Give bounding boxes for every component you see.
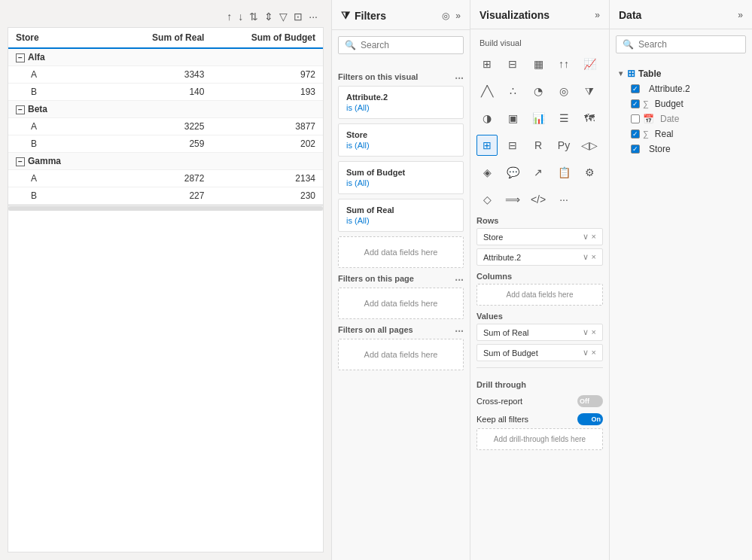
table-row[interactable]: B140193 <box>8 84 323 101</box>
filter-card[interactable]: Attribute.2is (All) <box>338 86 464 119</box>
viz-slicer-icon[interactable]: ☰ <box>553 108 574 129</box>
filter-card[interactable]: Sum of Budgetis (All) <box>338 161 464 194</box>
sort-asc-icon[interactable]: ↑ <box>227 11 232 23</box>
col-header-budget[interactable]: Sum of Budget <box>212 28 323 48</box>
viz-kpi-icon[interactable]: 📊 <box>528 108 549 129</box>
more-icon[interactable]: ··· <box>309 11 318 23</box>
col-header-store[interactable]: Store <box>8 28 101 48</box>
viz-more2-icon[interactable]: ⚙ <box>579 162 600 183</box>
viz-r-icon[interactable]: R <box>528 135 549 156</box>
viz-line-icon[interactable]: 📈 <box>579 53 600 75</box>
viz-card-icon[interactable]: ▣ <box>502 108 523 129</box>
cross-report-row: Cross-report Off <box>476 392 603 410</box>
viz-ellipsis-icon[interactable]: ··· <box>553 189 574 210</box>
viz-title-text: Visualizations <box>480 9 550 21</box>
viz-table-icon[interactable]: ⊞ <box>476 53 498 75</box>
keep-filters-toggle[interactable]: On <box>577 413 603 425</box>
cross-report-toggle[interactable]: Off <box>577 395 603 407</box>
filters-search-box[interactable]: 🔍 <box>338 36 464 54</box>
data-expand-icon[interactable]: » <box>738 10 743 20</box>
table-row[interactable]: A28722134 <box>8 170 323 187</box>
sort-both-icon[interactable]: ⇅ <box>249 11 258 23</box>
viz-decomp-icon[interactable]: ◁▷ <box>579 135 600 156</box>
viz-matrix-icon[interactable]: ⊟ <box>502 53 523 75</box>
field-checkbox[interactable]: ✓ <box>631 145 640 154</box>
field-checkbox[interactable]: ✓ <box>631 84 640 93</box>
viz-ai-icon[interactable]: ◈ <box>476 162 498 183</box>
field-checkbox[interactable]: ✓ <box>631 129 640 138</box>
filters-info-icon[interactable]: ◎ <box>442 11 449 21</box>
data-field-item[interactable]: 📅Date <box>616 111 746 126</box>
viz-gauge-icon[interactable]: ◑ <box>476 108 498 129</box>
viz-scatter-icon[interactable]: ∴ <box>502 81 523 102</box>
field-checkbox[interactable]: ✓ <box>631 99 640 108</box>
filters-all-more-icon[interactable]: ··· <box>455 325 464 337</box>
viz-row-field-store[interactable]: Store ∨ × <box>476 228 603 245</box>
data-table-item[interactable]: ▾ ⊞ Table <box>616 65 746 81</box>
viz-table2-icon[interactable]: ⊞ <box>476 135 498 156</box>
viz-columns-drop[interactable]: Add data fields here <box>476 284 603 306</box>
data-field-item[interactable]: ✓∑Real <box>616 126 746 142</box>
viz-value-budget-x[interactable]: × <box>592 348 596 358</box>
filters-page-add-fields[interactable]: Add data fields here <box>338 288 464 319</box>
viz-diamond-icon[interactable]: ◇ <box>476 189 498 210</box>
table-row[interactable]: A3343972 <box>8 66 323 84</box>
viz-row-store-chevron[interactable]: ∨ <box>583 232 589 242</box>
viz-speech-icon[interactable]: 💬 <box>502 162 523 183</box>
expand-icon[interactable]: ⇕ <box>264 11 273 23</box>
drillthrough-label: Drill through <box>476 380 603 389</box>
viz-column-icon[interactable]: ↑↑ <box>553 53 574 75</box>
filters-visual-add-fields[interactable]: Add data fields here <box>338 236 464 268</box>
field-label: Real <box>655 129 674 139</box>
table-row[interactable]: A32253877 <box>8 118 323 135</box>
viz-value-budget[interactable]: Sum of Budget ∨ × <box>476 344 603 361</box>
viz-bar-icon[interactable]: ▦ <box>528 53 549 75</box>
drillthrough-add-fields[interactable]: Add drill-through fields here <box>476 428 603 450</box>
viz-value-real-chevron[interactable]: ∨ <box>583 327 589 337</box>
filter-card[interactable]: Storeis (All) <box>338 123 464 157</box>
table-row[interactable]: B259202 <box>8 135 323 153</box>
viz-pie-icon[interactable]: ◔ <box>528 81 549 102</box>
table-expand-icon[interactable]: ▾ <box>619 69 623 78</box>
filters-visual-more-icon[interactable]: ··· <box>455 72 464 84</box>
viz-row-store-x[interactable]: × <box>592 232 596 242</box>
group-collapse-icon[interactable]: − <box>16 53 25 62</box>
viz-funnel-icon[interactable]: ⧩ <box>579 81 600 102</box>
filters-page-more-icon[interactable]: ··· <box>455 274 464 286</box>
group-collapse-icon[interactable]: − <box>16 105 25 114</box>
group-collapse-icon[interactable]: − <box>16 157 25 166</box>
grid-icon[interactable]: ⊡ <box>294 11 303 23</box>
viz-arrow-icon[interactable]: ⟹ <box>502 189 523 210</box>
filters-expand-icon[interactable]: » <box>455 11 461 21</box>
data-field-item[interactable]: ✓Attribute.2 <box>616 81 746 96</box>
table-row[interactable]: B227230 <box>8 187 323 205</box>
filter-icon[interactable]: ▽ <box>279 11 288 23</box>
horizontal-scrollbar[interactable] <box>8 205 323 211</box>
viz-matrix2-icon[interactable]: ⊟ <box>502 135 523 156</box>
viz-html-icon[interactable]: </> <box>528 189 549 210</box>
viz-row-field-attr[interactable]: Attribute.2 ∨ × <box>476 248 603 266</box>
viz-row-attr-chevron[interactable]: ∨ <box>583 252 589 262</box>
viz-map-icon[interactable]: 🗺 <box>579 108 600 129</box>
filters-all-add-fields[interactable]: Add data fields here <box>338 339 464 370</box>
data-search-input[interactable] <box>638 39 739 50</box>
viz-more1-icon[interactable]: 📋 <box>553 162 574 183</box>
filters-search-input[interactable] <box>361 40 457 50</box>
data-search-box[interactable]: 🔍 <box>616 35 746 53</box>
viz-area-icon[interactable]: ╱╲ <box>476 81 498 102</box>
viz-value-budget-chevron[interactable]: ∨ <box>583 348 589 358</box>
field-checkbox[interactable] <box>631 114 640 123</box>
data-field-item[interactable]: ✓Store <box>616 142 746 157</box>
viz-expand-icon[interactable]: » <box>595 10 600 20</box>
viz-value-real-x[interactable]: × <box>592 327 596 337</box>
viz-value-real[interactable]: Sum of Real ∨ × <box>476 324 603 341</box>
sort-desc-icon[interactable]: ↓ <box>238 11 243 23</box>
data-field-item[interactable]: ✓∑Budget <box>616 96 746 111</box>
viz-export-icon[interactable]: ↗ <box>528 162 549 183</box>
col-header-real[interactable]: Sum of Real <box>101 28 212 48</box>
viz-donut-icon[interactable]: ◎ <box>553 81 574 102</box>
filters-panel-header: ⧩ Filters ◎ » <box>332 0 470 30</box>
viz-py-icon[interactable]: Py <box>553 135 574 156</box>
filter-card[interactable]: Sum of Realis (All) <box>338 199 464 232</box>
viz-row-attr-x[interactable]: × <box>592 252 596 262</box>
